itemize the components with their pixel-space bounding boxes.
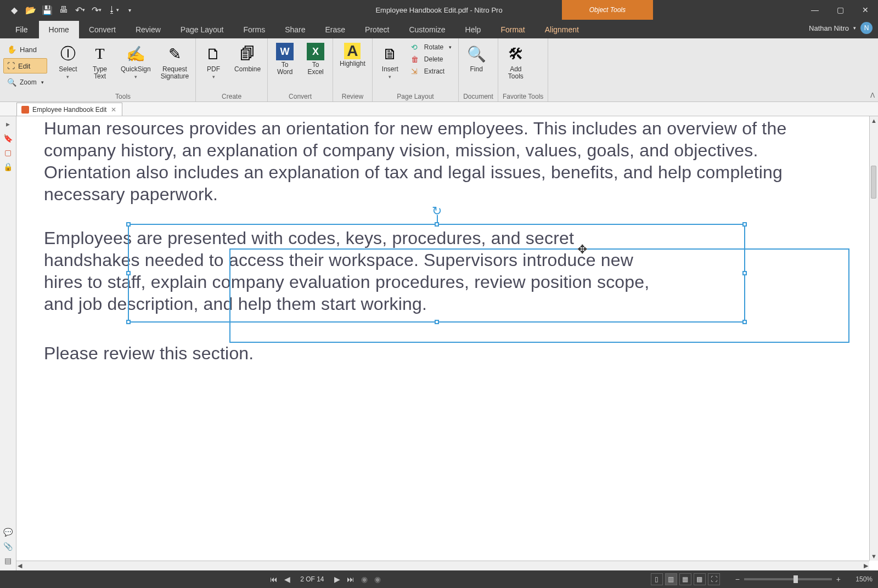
find-button[interactable]: 🔍Find (463, 42, 489, 74)
tab-alignment[interactable]: Alignment (535, 21, 589, 38)
resize-handle-nw[interactable] (126, 222, 131, 227)
page-indicator[interactable]: 2 OF 14 (295, 575, 329, 583)
zoom-icon: 🔍 (7, 78, 16, 87)
zoom-in-icon[interactable]: + (834, 575, 843, 584)
save-icon[interactable]: 💾 (40, 2, 55, 18)
scroll-thumb[interactable] (871, 166, 876, 199)
view-continuous-icon[interactable]: ▥ (665, 573, 677, 585)
nav-back-icon[interactable]: ◉ (359, 575, 370, 584)
undo-icon[interactable]: ↶▾ (72, 2, 88, 18)
insert-button[interactable]: 🗎Insert▾ (377, 42, 403, 81)
resize-handle-ne[interactable] (742, 222, 747, 227)
print-icon[interactable]: 🖶 (56, 2, 71, 18)
tab-review[interactable]: Review (126, 21, 171, 38)
redo-icon[interactable]: ↷▾ (89, 2, 104, 18)
tab-home[interactable]: Home (39, 21, 79, 38)
sidebar-security-icon[interactable]: 🔒 (3, 161, 14, 172)
scroll-down-icon[interactable]: ▼ (871, 553, 877, 559)
type-text-button[interactable]: TType Text (87, 42, 113, 81)
pointer-icon[interactable]: ⭳▾ (105, 2, 121, 18)
ribbon: ✋Hand ⛶Edit 🔍Zoom▾ ⒾSelect▾ TType Text ✍… (0, 38, 878, 102)
quicksign-button[interactable]: ✍QuickSign▾ (119, 42, 153, 81)
sidebar-bookmarks-icon[interactable]: 🔖 (3, 133, 14, 144)
request-signature-button[interactable]: ✎Request Signature (159, 42, 191, 81)
sidebar-pages-icon[interactable]: ▸ (3, 118, 14, 129)
ribbon-group-tools: ⒾSelect▾ TType Text ✍QuickSign▾ ✎Request… (50, 38, 196, 101)
maximize-button[interactable]: ▢ (828, 0, 853, 20)
scroll-right-icon[interactable]: ▶ (864, 562, 868, 569)
delete-button[interactable]: 🗑Delete (409, 54, 454, 65)
avatar[interactable]: N (860, 22, 873, 34)
tab-convert[interactable]: Convert (79, 21, 126, 38)
close-button[interactable]: ✕ (853, 0, 878, 20)
select-button[interactable]: ⒾSelect▾ (55, 42, 81, 81)
document-tab[interactable]: Employee Handbook Edit ✕ (16, 103, 122, 116)
extract-button[interactable]: ⇲Extract (409, 66, 454, 77)
zoom-slider-thumb[interactable] (793, 575, 798, 583)
prev-page-icon[interactable]: ◀ (282, 575, 292, 584)
tab-help[interactable]: Help (455, 21, 491, 38)
tab-share[interactable]: Share (275, 21, 315, 38)
tab-customize[interactable]: Customize (399, 21, 455, 38)
sidebar-comments-icon[interactable]: 💬 (3, 527, 14, 538)
sidebar-layers-icon[interactable]: ▢ (3, 147, 14, 158)
zoom-slider[interactable] (744, 578, 832, 580)
vertical-scrollbar[interactable]: ▲ ▼ (869, 116, 878, 561)
scroll-left-icon[interactable]: ◀ (18, 562, 22, 569)
last-page-icon[interactable]: ⏭ (345, 575, 357, 584)
resize-handle-n[interactable] (435, 222, 439, 227)
open-icon[interactable]: 📂 (23, 2, 38, 18)
next-page-icon[interactable]: ▶ (332, 575, 342, 584)
sidebar-output-icon[interactable]: ▤ (3, 555, 14, 566)
view-modes: ▯ ▥ ▦ ▩ ⛶ (651, 573, 720, 585)
document-tab-strip: Employee Handbook Edit ✕ (0, 102, 878, 116)
view-facing-icon[interactable]: ▦ (679, 573, 691, 585)
tab-forms[interactable]: Forms (233, 21, 275, 38)
combine-button[interactable]: 🗐Combine (232, 42, 263, 74)
nitro-logo-icon[interactable]: ◆ (7, 2, 22, 18)
tab-page-layout[interactable]: Page Layout (171, 21, 234, 38)
horizontal-scrollbar[interactable]: ◀ ▶ (16, 561, 869, 570)
hand-tool[interactable]: ✋Hand (3, 42, 47, 57)
resize-handle-w[interactable] (126, 271, 131, 275)
user-menu[interactable]: Nathan Nitro ▾ N (809, 22, 873, 34)
collapse-ribbon-icon[interactable]: ᐱ (870, 92, 875, 99)
group-label-convert: Convert (272, 92, 328, 100)
quicksign-icon: ✍ (125, 43, 147, 65)
move-cursor-icon: ✥ (577, 242, 587, 257)
close-tab-icon[interactable]: ✕ (110, 106, 117, 114)
nav-forward-icon[interactable]: ◉ (372, 575, 383, 584)
rotate-icon: ⟲ (411, 43, 421, 52)
scroll-up-icon[interactable]: ▲ (871, 117, 877, 124)
view-facing-continuous-icon[interactable]: ▩ (694, 573, 706, 585)
tab-protect[interactable]: Protect (355, 21, 399, 38)
tab-erase[interactable]: Erase (316, 21, 356, 38)
pdf-button[interactable]: 🗋PDF▾ (200, 42, 227, 81)
to-excel-button[interactable]: XTo Excel (303, 42, 328, 77)
window-title: Employee Handbook Edit.pdf - Nitro Pro (375, 6, 502, 14)
edit-tool[interactable]: ⛶Edit (3, 58, 47, 74)
view-single-icon[interactable]: ▯ (651, 573, 663, 585)
zoom-out-icon[interactable]: − (733, 575, 742, 584)
tab-format[interactable]: Format (491, 21, 534, 38)
sidebar-attachments-icon[interactable]: 📎 (3, 541, 14, 552)
to-word-button[interactable]: WTo Word (272, 42, 297, 77)
extract-icon: ⇲ (411, 67, 421, 76)
zoom-tool[interactable]: 🔍Zoom▾ (3, 75, 47, 90)
rotate-button[interactable]: ⟲Rotate▾ (409, 42, 454, 53)
resize-handle-sw[interactable] (126, 320, 131, 324)
document-canvas[interactable]: Human resources provides an orientation … (16, 116, 878, 570)
pdf-new-icon: 🗋 (202, 43, 224, 65)
qat-customize-icon[interactable]: ▾ (122, 2, 137, 18)
rotation-handle-icon[interactable]: ↻ (432, 204, 442, 218)
first-page-icon[interactable]: ⏮ (268, 575, 280, 584)
zoom-percent[interactable]: 150% (845, 575, 873, 583)
file-menu[interactable]: File (4, 21, 39, 38)
title-bar: ◆ 📂 💾 🖶 ↶▾ ↷▾ ⭳▾ ▾ Employee Handbook Edi… (0, 0, 878, 20)
minimize-button[interactable]: — (802, 0, 828, 20)
paragraph-3[interactable]: Please review this section. (44, 342, 845, 364)
highlight-button[interactable]: AHighlight (337, 42, 368, 69)
view-fullscreen-icon[interactable]: ⛶ (708, 573, 720, 585)
paragraph-1[interactable]: Human resources provides an orientation … (44, 117, 845, 205)
add-tools-button[interactable]: 🛠Add Tools (503, 42, 529, 81)
